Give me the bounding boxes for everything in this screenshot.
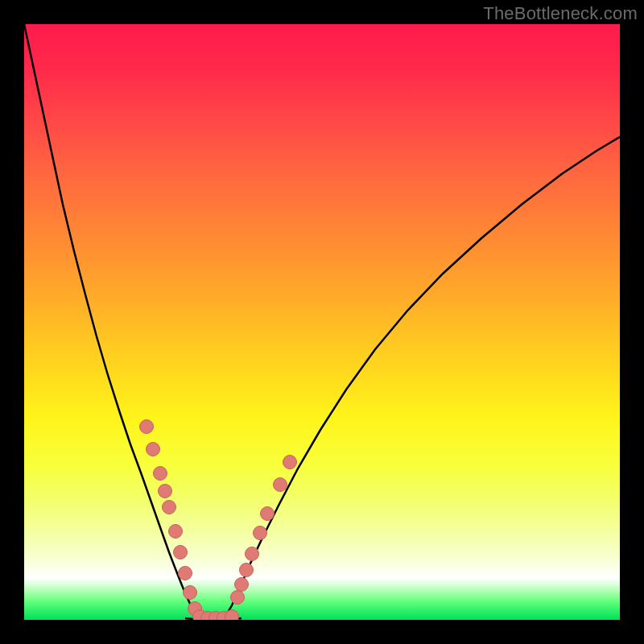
marker-right xyxy=(261,507,275,521)
marker-right xyxy=(254,526,267,540)
marker-right xyxy=(246,547,259,561)
marker-left xyxy=(184,586,197,600)
plot-area xyxy=(24,24,620,620)
marker-right xyxy=(283,456,297,469)
marker-left xyxy=(163,501,176,514)
marker-left xyxy=(154,467,167,481)
marker-group xyxy=(140,420,297,621)
marker-right xyxy=(235,578,249,592)
marker-right xyxy=(274,478,287,492)
marker-left xyxy=(159,485,172,498)
marker-left xyxy=(140,420,154,434)
marker-left xyxy=(174,546,188,559)
right-curve xyxy=(225,137,620,617)
chart-svg xyxy=(24,24,620,620)
marker-right xyxy=(231,591,245,605)
marker-bottom xyxy=(225,610,239,621)
marker-right xyxy=(240,564,254,577)
marker-left xyxy=(179,567,192,580)
marker-left xyxy=(147,443,160,456)
chart-frame: TheBottleneck.com xyxy=(0,0,644,644)
watermark-text: TheBottleneck.com xyxy=(483,3,638,24)
marker-left xyxy=(169,525,183,539)
